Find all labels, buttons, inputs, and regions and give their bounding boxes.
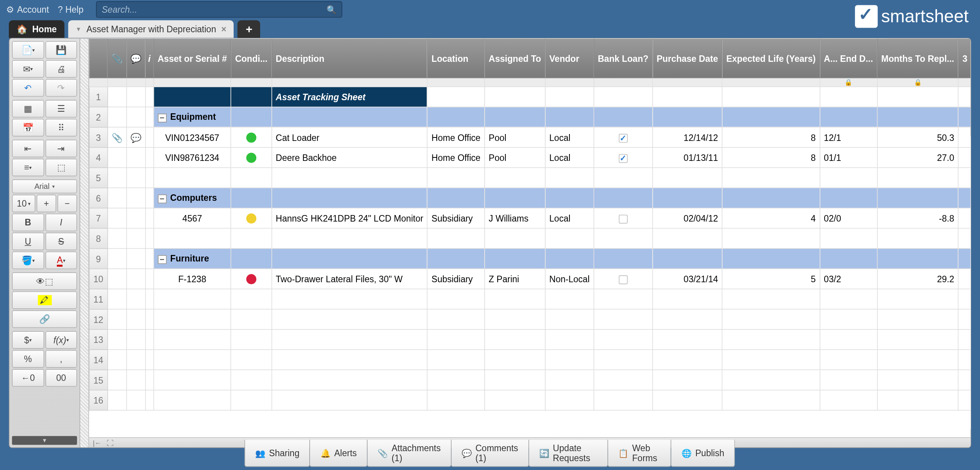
cell-assigned[interactable]: Pool: [485, 127, 545, 148]
fill-color-button[interactable]: 🪣▾: [12, 252, 44, 269]
cell-end[interactable]: 01/1: [820, 147, 877, 168]
rownum[interactable]: 6: [89, 188, 107, 209]
table-row[interactable]: 11: [89, 289, 970, 309]
cell-condition[interactable]: [231, 208, 272, 228]
cell-condition[interactable]: [231, 269, 272, 289]
print-button[interactable]: 🖨: [45, 60, 77, 78]
cell-months[interactable]: 27.0: [877, 147, 959, 168]
status-update[interactable]: 🔄Update Requests: [528, 440, 608, 467]
comment-header[interactable]: 💬: [126, 39, 145, 78]
table-row[interactable]: 12: [89, 309, 970, 330]
text-color-button[interactable]: A▾: [45, 252, 77, 269]
table-row[interactable]: 9−Furniture: [89, 249, 970, 269]
checkbox-icon[interactable]: [619, 215, 627, 223]
collapse-icon[interactable]: −: [158, 114, 167, 122]
table-row[interactable]: 13: [89, 329, 970, 350]
col-location[interactable]: Location: [427, 39, 485, 78]
cell-assigned[interactable]: J Williams: [485, 208, 545, 228]
cell-desc[interactable]: Two-Drawer Lateral Files, 30" W: [272, 269, 427, 289]
rownum[interactable]: 8: [89, 228, 107, 249]
table-row[interactable]: 74567HannsG HK241DPB 24" LCD MonitorSubs…: [89, 208, 970, 228]
search-input[interactable]: [102, 5, 327, 15]
mail-button[interactable]: ✉▾: [12, 60, 44, 78]
cell-assigned[interactable]: Z Parini: [485, 269, 545, 289]
cell-months[interactable]: -8.8: [877, 208, 959, 228]
status-comments[interactable]: 💬Comments (1): [451, 440, 529, 467]
attach-header[interactable]: 📎: [107, 39, 126, 78]
card-view-button[interactable]: ⠿: [45, 119, 77, 136]
cell-pdate[interactable]: 02/04/12: [653, 208, 722, 228]
cell-pdate[interactable]: 01/13/11: [653, 147, 722, 168]
cell-loc[interactable]: Home Office: [427, 147, 485, 168]
outdent-button[interactable]: ⇤: [12, 140, 44, 157]
cell-asset[interactable]: VIN01234567: [153, 127, 231, 148]
cell-loan[interactable]: [594, 208, 652, 228]
cell-loan[interactable]: [594, 269, 652, 289]
cell-vendor[interactable]: Non-Local: [545, 269, 594, 289]
rownum[interactable]: 2: [89, 107, 107, 127]
comment-icon[interactable]: 💬: [130, 132, 141, 142]
status-sharing[interactable]: 👥Sharing: [244, 440, 310, 467]
table-row[interactable]: 10F-1238Two-Drawer Lateral Files, 30" WS…: [89, 269, 970, 289]
comma-button[interactable]: ,: [45, 350, 77, 368]
dec-more-button[interactable]: 00: [45, 369, 77, 387]
cell-asset[interactable]: 4567: [153, 208, 231, 228]
cell-end[interactable]: 02/0: [820, 208, 877, 228]
tab-home[interactable]: 🏠Home: [9, 20, 64, 38]
group-furniture[interactable]: −Furniture: [153, 249, 231, 269]
font-size-select[interactable]: 10▾: [12, 195, 35, 212]
fullscreen-icon[interactable]: ⛶: [107, 439, 114, 447]
table-row[interactable]: 8: [89, 228, 970, 249]
conditional-format-button[interactable]: 👁⬚: [12, 272, 77, 290]
cell-asset[interactable]: VIN98761234: [153, 147, 231, 168]
col-end[interactable]: A... End D...: [820, 39, 877, 78]
cell-loan[interactable]: ✓: [594, 147, 652, 168]
col-condition[interactable]: Condi...: [231, 39, 272, 78]
col-3m[interactable]: 3 M En...: [959, 39, 971, 78]
col-months[interactable]: Months To Repl...: [877, 39, 959, 78]
rownum[interactable]: 16: [89, 390, 107, 410]
rownum[interactable]: 14: [89, 350, 107, 370]
table-row[interactable]: 4VIN98761234Deere BackhoeHome OfficePool…: [89, 147, 970, 168]
formula-button[interactable]: f(x)▾: [45, 331, 77, 349]
grid-scroll[interactable]: 📎 💬 i Asset or Serial # Condi... Descrip…: [89, 38, 970, 437]
col-vendor[interactable]: Vendor: [545, 39, 594, 78]
info-header[interactable]: i: [145, 39, 153, 78]
cell-end[interactable]: 03/2: [820, 269, 877, 289]
rownum[interactable]: 7: [89, 208, 107, 228]
font-dec-button[interactable]: −: [58, 195, 77, 212]
rownum[interactable]: 15: [89, 370, 107, 391]
table-row[interactable]: 1Asset Tracking Sheet: [89, 87, 970, 107]
table-row[interactable]: 2−Equipment: [89, 107, 970, 127]
cell-life[interactable]: 8: [722, 147, 820, 168]
col-life[interactable]: Expected Life (Years): [722, 39, 820, 78]
checkbox-icon[interactable]: ✓: [619, 134, 627, 142]
grid-view-button[interactable]: ▦: [12, 100, 44, 118]
col-asset[interactable]: Asset or Serial #: [153, 39, 231, 78]
col-loan[interactable]: Bank Loan?: [594, 39, 652, 78]
cell-pdate[interactable]: 12/14/12: [653, 127, 722, 148]
search-box[interactable]: 🔍: [96, 1, 342, 18]
tab-sheet[interactable]: ▼Asset Manager with Depreciation×: [68, 20, 234, 38]
table-row[interactable]: 5: [89, 168, 970, 188]
status-publish[interactable]: 🌐Publish: [671, 440, 735, 467]
col-assigned[interactable]: Assigned To: [485, 39, 545, 78]
table-row[interactable]: 14: [89, 350, 970, 370]
col-description[interactable]: Description: [272, 39, 427, 78]
rownum-header[interactable]: [89, 39, 107, 78]
italic-button[interactable]: I: [45, 213, 77, 231]
rownum[interactable]: 1: [89, 87, 107, 107]
tab-close-icon[interactable]: ×: [221, 24, 226, 34]
undo-button[interactable]: ↶: [12, 79, 44, 97]
cell-assigned[interactable]: Pool: [485, 147, 545, 168]
cell-life[interactable]: 4: [722, 208, 820, 228]
status-webforms[interactable]: 📋Web Forms: [607, 440, 671, 467]
cell-months[interactable]: 50.3: [877, 127, 959, 148]
rownum[interactable]: 12: [89, 309, 107, 330]
group-equipment[interactable]: −Equipment: [153, 107, 231, 127]
table-row[interactable]: 3📎💬VIN01234567Cat LoaderHome OfficePoolL…: [89, 127, 970, 148]
cell-asset[interactable]: F-1238: [153, 269, 231, 289]
calendar-button[interactable]: 📅: [12, 119, 44, 136]
cell-loc[interactable]: Subsidiary: [427, 208, 485, 228]
redo-button[interactable]: ↷: [45, 79, 77, 97]
